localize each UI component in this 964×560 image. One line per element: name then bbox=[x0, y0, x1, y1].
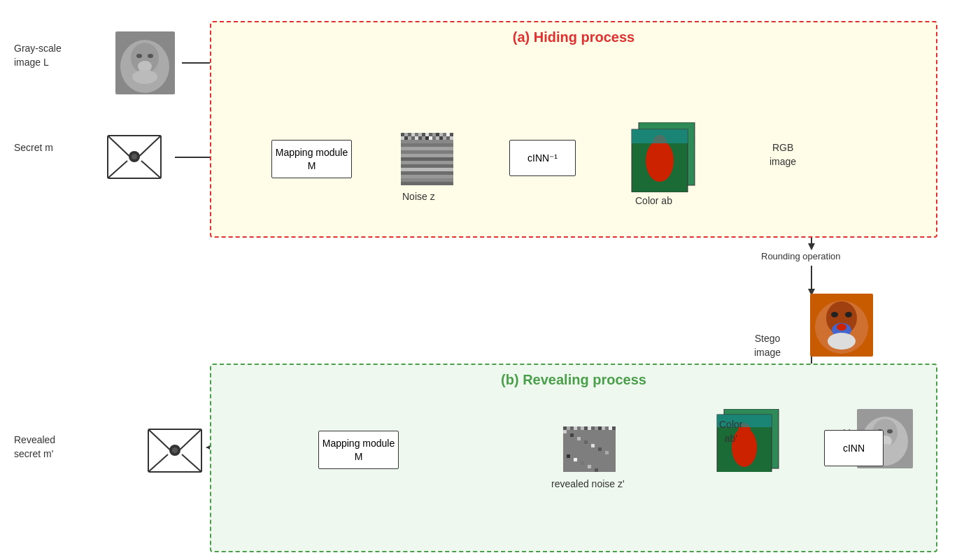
svg-rect-133 bbox=[584, 440, 588, 444]
svg-rect-84 bbox=[401, 171, 453, 175]
svg-rect-116 bbox=[570, 426, 574, 430]
svg-rect-138 bbox=[574, 458, 577, 461]
svg-rect-117 bbox=[574, 426, 577, 430]
svg-point-97 bbox=[831, 312, 838, 317]
svg-rect-139 bbox=[581, 461, 584, 465]
svg-rect-74 bbox=[450, 136, 453, 140]
svg-rect-47 bbox=[408, 133, 411, 136]
svg-point-99 bbox=[837, 324, 846, 331]
svg-rect-65 bbox=[418, 136, 422, 140]
svg-rect-62 bbox=[408, 136, 411, 140]
svg-rect-51 bbox=[422, 133, 425, 136]
svg-rect-124 bbox=[598, 426, 602, 430]
cinn-inverse-box: cINN⁻¹ bbox=[509, 140, 576, 176]
svg-rect-120 bbox=[584, 426, 588, 430]
svg-rect-52 bbox=[425, 133, 429, 136]
svg-rect-125 bbox=[602, 426, 605, 430]
revealed-noise-label: revealed noise z' bbox=[551, 478, 625, 491]
svg-rect-59 bbox=[450, 133, 453, 136]
stego-image-label: Stegoimage bbox=[754, 332, 781, 359]
svg-rect-80 bbox=[401, 157, 453, 161]
rgb-image-label: RGBimage bbox=[770, 141, 796, 168]
svg-marker-14 bbox=[808, 243, 815, 250]
svg-rect-60 bbox=[401, 136, 404, 140]
svg-rect-115 bbox=[567, 426, 570, 430]
revealed-noise-image bbox=[563, 426, 616, 472]
svg-rect-71 bbox=[439, 136, 443, 140]
hiding-process-box: (a) Hiding process bbox=[210, 21, 937, 238]
svg-rect-132 bbox=[577, 437, 581, 440]
revealed-secret-label: Revealedsecret m' bbox=[14, 433, 55, 461]
svg-rect-85 bbox=[401, 175, 453, 178]
svg-point-100 bbox=[828, 333, 856, 350]
svg-rect-67 bbox=[425, 136, 429, 140]
svg-point-110 bbox=[887, 429, 893, 433]
noise-z-image bbox=[401, 133, 453, 185]
svg-rect-137 bbox=[567, 454, 570, 458]
svg-rect-136 bbox=[605, 451, 609, 454]
svg-rect-77 bbox=[401, 147, 453, 150]
color-ab-top-label: Color ab bbox=[635, 194, 672, 208]
svg-rect-92 bbox=[632, 129, 688, 143]
svg-rect-66 bbox=[422, 136, 425, 140]
gray-scale-label: Gray-scaleimage L bbox=[14, 42, 62, 69]
svg-rect-141 bbox=[595, 468, 598, 472]
svg-rect-63 bbox=[411, 136, 415, 140]
noise-z-label: Noise z bbox=[402, 190, 435, 204]
svg-rect-57 bbox=[443, 133, 446, 136]
svg-rect-55 bbox=[436, 133, 439, 136]
svg-rect-73 bbox=[446, 136, 450, 140]
svg-rect-81 bbox=[401, 161, 453, 164]
svg-rect-86 bbox=[401, 178, 453, 182]
svg-rect-72 bbox=[443, 136, 446, 140]
svg-rect-58 bbox=[446, 133, 450, 136]
mapping-module-top: Mapping module M bbox=[271, 140, 352, 178]
rounding-operation-label: Rounding operation bbox=[761, 250, 840, 263]
svg-rect-126 bbox=[605, 426, 609, 430]
svg-rect-64 bbox=[415, 136, 418, 140]
stego-baboon-image bbox=[810, 294, 873, 357]
svg-rect-135 bbox=[598, 447, 602, 451]
svg-rect-69 bbox=[432, 136, 436, 140]
color-ab-bottom-label: Colorab' bbox=[719, 418, 742, 445]
svg-rect-45 bbox=[401, 133, 404, 136]
svg-point-98 bbox=[845, 312, 852, 317]
svg-rect-127 bbox=[609, 426, 612, 430]
svg-rect-76 bbox=[401, 143, 453, 147]
svg-rect-48 bbox=[411, 133, 415, 136]
svg-rect-68 bbox=[429, 136, 432, 140]
secret-label: Secret m bbox=[14, 141, 53, 155]
svg-rect-61 bbox=[404, 136, 408, 140]
svg-rect-118 bbox=[577, 426, 581, 430]
secret-envelope bbox=[106, 134, 162, 180]
svg-rect-121 bbox=[588, 426, 591, 430]
svg-rect-56 bbox=[439, 133, 443, 136]
svg-rect-119 bbox=[581, 426, 584, 430]
color-ab-top-image bbox=[628, 122, 702, 192]
svg-rect-140 bbox=[588, 465, 591, 468]
svg-rect-87 bbox=[401, 182, 453, 185]
revealed-envelope bbox=[147, 428, 203, 473]
svg-rect-54 bbox=[432, 133, 436, 136]
svg-rect-134 bbox=[591, 444, 595, 447]
diagram-container: (a) Hiding process (b) Revealing process… bbox=[7, 14, 951, 545]
hiding-process-label: (a) Hiding process bbox=[513, 29, 635, 45]
revealing-process-label: (b) Revealing process bbox=[501, 372, 646, 388]
svg-point-40 bbox=[132, 70, 157, 84]
svg-rect-46 bbox=[404, 133, 408, 136]
svg-rect-122 bbox=[591, 426, 595, 430]
svg-rect-83 bbox=[401, 168, 453, 171]
mapping-module-bottom: Mapping module M bbox=[318, 431, 399, 469]
cinn-box: cINN bbox=[824, 430, 884, 466]
svg-rect-79 bbox=[401, 154, 453, 157]
svg-rect-53 bbox=[429, 133, 432, 136]
svg-point-37 bbox=[136, 54, 142, 58]
svg-rect-78 bbox=[401, 150, 453, 154]
svg-rect-82 bbox=[401, 164, 453, 168]
svg-point-144 bbox=[172, 447, 178, 453]
svg-point-38 bbox=[148, 54, 153, 58]
svg-rect-123 bbox=[595, 426, 598, 430]
svg-rect-130 bbox=[563, 430, 567, 433]
svg-rect-131 bbox=[570, 433, 574, 437]
svg-rect-50 bbox=[418, 133, 422, 136]
